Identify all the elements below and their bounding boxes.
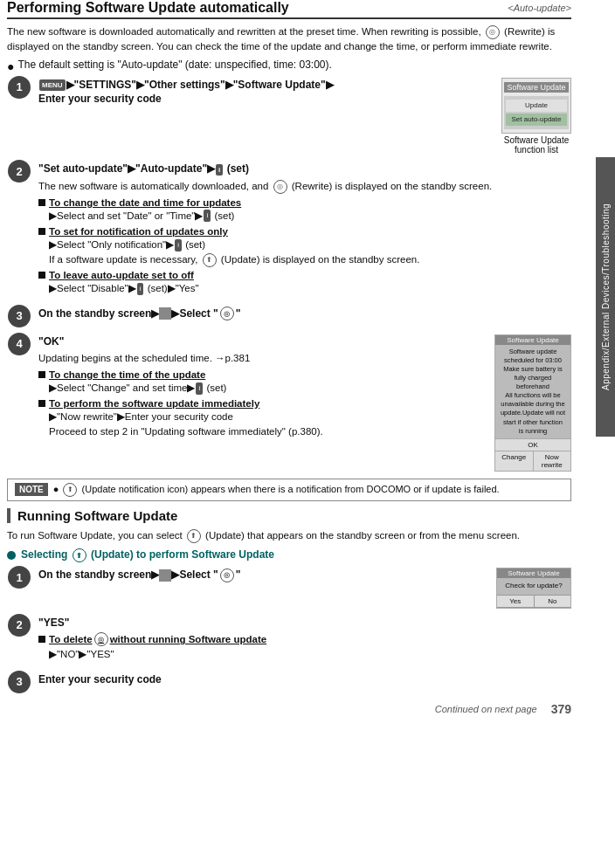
sub-instr-change-time-body: ▶Select "Change" and set time▶i (set): [38, 381, 487, 396]
run-step-3-right: Enter your security code: [38, 671, 571, 693]
step-2-sub: The new software is automatically downlo…: [38, 179, 571, 194]
black-sq-6: [38, 636, 45, 643]
screen-4-image: Software Update Software update schedule…: [494, 334, 571, 472]
black-sq-3: [38, 272, 45, 279]
rewrite-icon-2: ◎: [273, 180, 287, 194]
sub-instr-date: To change the date and time for updates …: [38, 197, 571, 224]
set-key-icon: i: [216, 164, 223, 176]
section-2-header: Running Software Update: [7, 508, 571, 523]
step-4-content: "OK" Updating begins at the scheduled ti…: [38, 334, 487, 443]
default-setting-text: The default setting is "Auto-update" (da…: [17, 59, 331, 71]
black-sq-5: [38, 400, 45, 407]
run-step-2-main: "YES": [38, 616, 571, 630]
screen-1-title: Software Update: [504, 82, 569, 93]
sub-instr-date-title: To change the date and time for updates: [38, 197, 571, 208]
section-2-intro: To run Software Update, you can select ⬆…: [7, 528, 571, 543]
run-step-3-circle: 3: [8, 671, 31, 693]
step-1-left: 1: [7, 76, 31, 155]
screen-4-now: Now rewrite: [533, 451, 571, 471]
sub-instr-delete: To delete ◎ without running Software upd…: [38, 632, 571, 662]
step-2-left: 2: [7, 160, 31, 299]
screen-run1-no: No: [534, 596, 571, 607]
black-sq-1: [38, 199, 45, 206]
run-step-1-content-row: On the standby screen▶▶Select "◎" Softwa…: [38, 568, 571, 608]
set-key-3: i: [175, 239, 182, 251]
note-text: ● ⬆ (Update notification icon) appears w…: [53, 483, 500, 497]
sub-section-header: Selecting ⬆ (Update) to perform Software…: [7, 548, 571, 562]
screen-run1-image: Software Update Check for update? Yes No: [496, 568, 571, 608]
sub-instr-disable: To leave auto-update set to off ▶Select …: [38, 270, 571, 296]
sub-instr-disable-title: To leave auto-update set to off: [38, 270, 571, 280]
sub-instr-immediate-body: ▶"Now rewrite"▶Enter your security code …: [38, 410, 487, 440]
note-box: NOTE ● ⬆ (Update notification icon) appe…: [7, 479, 571, 501]
step-1-screen: Software Update Update Set auto-update S…: [501, 78, 571, 155]
step-3-right: On the standby screen▶▶Select "◎": [38, 305, 571, 327]
screen-run1-rows: Yes No: [497, 595, 570, 608]
screen-run1-row: Yes No: [497, 596, 570, 608]
screen-4-change: Change: [495, 451, 533, 471]
standby-screen-icon-2: [159, 569, 171, 582]
run-step-3-area: 3 Enter your security code: [7, 671, 571, 693]
note-icon: ⬆: [63, 483, 77, 497]
menu-key-icon: MENU: [39, 79, 66, 91]
black-sq-4: [38, 371, 45, 378]
screen-1-image: Software Update Update Set auto-update: [501, 78, 571, 134]
step-1-content: MENU▶"SETTINGS"▶"Other settings"▶"Softwa…: [38, 78, 494, 110]
set-key-2: i: [204, 210, 211, 222]
step-1-content-row: MENU▶"SETTINGS"▶"Other settings"▶"Softwa…: [38, 78, 571, 155]
intro-text: The new software is downloaded automatic…: [7, 24, 571, 55]
sub-instr-notify-body: ▶Select "Only notification"▶i (set) If a…: [38, 238, 571, 268]
run-step-2-right: "YES" To delete ◎ without running Softwa…: [38, 614, 571, 665]
screen-4-row: Change Now rewrite: [495, 451, 570, 471]
select-icon-run1: ◎: [220, 568, 234, 582]
run-step-2-area: 2 "YES" To delete ◎ without running Soft…: [7, 614, 571, 665]
sub-instr-change-time: To change the time of the update ▶Select…: [38, 369, 487, 396]
screen-4-title: Software Update: [495, 335, 570, 345]
sub-instr-delete-title: To delete ◎ without running Software upd…: [38, 632, 571, 646]
step-2-main: "Set auto-update"▶"Auto-update"▶i (set): [38, 162, 571, 176]
run-step-2-circle: 2: [8, 614, 31, 637]
set-key-5: i: [196, 382, 203, 395]
screen-4-body: Software update scheduled for 03:00 Make…: [495, 345, 570, 438]
sub-section-label: Selecting ⬆ (Update) to perform Software…: [21, 548, 274, 562]
run-step-1-main: On the standby screen▶▶Select "◎": [38, 568, 489, 582]
page-number: 379: [551, 702, 571, 716]
select-icon-3: ◎: [220, 307, 234, 320]
sub-instr-disable-body: ▶Select "Disable"▶i (set)▶"Yes": [38, 281, 571, 296]
step-4-sub: Updating begins at the scheduled time. →…: [38, 351, 487, 366]
step-2-area: 2 "Set auto-update"▶"Auto-update"▶i (set…: [7, 160, 571, 299]
black-sq-2: [38, 228, 45, 235]
run-step-1-circle: 1: [8, 566, 31, 589]
step-4-main: "OK": [38, 334, 487, 349]
set-key-4: i: [137, 283, 144, 295]
run-step-2-left: 2: [7, 614, 31, 665]
step-4-content-row: "OK" Updating begins at the scheduled ti…: [38, 334, 571, 472]
step-4-screen: Software Update Software update schedule…: [494, 334, 571, 472]
sub-instr-delete-body: ▶"NO"▶"YES": [38, 647, 571, 662]
update-icon: ⬆: [203, 253, 217, 267]
delete-icon: ◎: [94, 632, 108, 646]
default-setting-bullet: ● The default setting is "Auto-update" (…: [7, 59, 571, 74]
run-step-1-screen: Software Update Check for update? Yes No: [496, 568, 571, 608]
run-step-1-right: On the standby screen▶▶Select "◎" Softwa…: [38, 566, 571, 608]
update-icon-2: ⬆: [187, 529, 201, 543]
step-3-circle: 3: [8, 305, 31, 327]
screen-1-caption: Software Updatefunction list: [501, 135, 571, 155]
step-4-area: 4 "OK" Updating begins at the scheduled …: [7, 333, 571, 472]
sub-section-dot: [7, 551, 16, 560]
sub-instr-notify: To set for notification of updates only …: [38, 226, 571, 268]
side-tab-label: Appendix/External Devices/Troubleshootin…: [601, 203, 611, 390]
section-2-title: Running Software Update: [17, 508, 177, 523]
step-4-right: "OK" Updating begins at the scheduled ti…: [38, 333, 571, 472]
run-step-1-content: On the standby screen▶▶Select "◎": [38, 568, 489, 585]
standby-screen-icon: [159, 307, 171, 320]
run-step-1-area: 1 On the standby screen▶▶Select "◎" Soft…: [7, 566, 571, 608]
step-2-circle: 2: [8, 160, 31, 183]
screen-run1-title: Software Update: [497, 568, 570, 578]
step-1-area: 1 MENU▶"SETTINGS"▶"Other settings"▶"Soft…: [7, 76, 571, 155]
page-tag: <Auto-update>: [508, 3, 571, 13]
screen-1-body: Update Set auto-update: [504, 96, 569, 130]
step-4-left: 4: [7, 333, 31, 472]
step-4-circle: 4: [8, 333, 31, 355]
screen-run1-yes: Yes: [497, 596, 534, 607]
